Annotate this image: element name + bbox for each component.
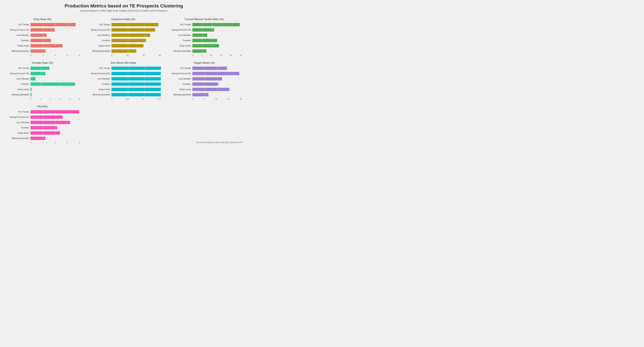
bar-fill	[30, 88, 32, 91]
grid-line	[161, 93, 161, 96]
bar-label: Fumblers	[86, 39, 112, 42]
bar-track	[30, 131, 80, 135]
grid-line	[161, 67, 161, 70]
bar-fill	[30, 83, 75, 86]
bar-fill	[30, 137, 46, 140]
grid-line	[60, 77, 60, 81]
bar-label: Blocking Specialists	[5, 137, 30, 139]
axis-tick: 4	[55, 54, 56, 56]
bar-fill	[30, 121, 70, 124]
grid-line	[205, 77, 205, 81]
bar-track	[192, 34, 242, 37]
bar-label: YAC Threats	[167, 67, 192, 69]
bar-fill	[30, 49, 46, 53]
grid-line	[202, 39, 202, 42]
bar-label: Low Utilization	[5, 34, 30, 36]
bar-fill	[112, 28, 155, 32]
bar-track	[112, 34, 161, 37]
grid-line	[128, 77, 128, 81]
bar-label: Drops Issues	[5, 132, 30, 134]
bar-fill	[30, 131, 60, 135]
bar-track	[30, 137, 80, 140]
grid-line	[50, 88, 50, 91]
grid-line	[60, 93, 60, 96]
bar-label: Fumblers	[5, 83, 30, 85]
bar-label: Fumblers	[86, 83, 112, 85]
axis-tick: 4	[69, 98, 70, 100]
axis-ticks: 0510152025	[192, 54, 242, 56]
grid-line	[242, 23, 242, 26]
grid-line	[128, 28, 128, 32]
grid-line	[144, 72, 144, 75]
axis-tick: 15	[220, 54, 222, 56]
grid-line	[128, 44, 128, 48]
grid-line	[202, 28, 202, 32]
chart-forced_missed_tackle: Forced Missed Tackle Rate (%)YAC Threats…	[165, 16, 244, 58]
bar-track	[30, 88, 80, 91]
bar-row: Strong All Around TEs	[86, 28, 161, 32]
bar-label: YAC Threats	[86, 67, 112, 69]
bar-fill	[30, 28, 55, 32]
bar-row: Drops Issues	[86, 44, 161, 48]
grid-line	[55, 49, 56, 53]
grid-line	[202, 34, 202, 37]
axis-tick: 10	[215, 98, 217, 100]
axis-ticks: 012345	[30, 98, 80, 100]
bar-track	[192, 28, 242, 32]
bar-fill	[192, 72, 239, 75]
bar-label: Drops Issues	[167, 88, 192, 91]
page-title: Production Metrics based on TE Prospects…	[3, 3, 244, 9]
bar-row: YAC Threats	[5, 66, 80, 71]
grid-line	[144, 34, 144, 37]
bar-label: Low Utilization	[167, 34, 192, 36]
bar-track	[112, 44, 161, 48]
bar-fill	[30, 34, 46, 37]
grid-line	[144, 49, 144, 53]
grid-line	[70, 77, 70, 81]
grid-line	[242, 67, 242, 70]
grid-line	[68, 126, 68, 129]
bar-row: Fumblers	[167, 82, 242, 86]
bar-label: YAC Threats	[5, 67, 30, 69]
bar-label: Blocking Specialists	[5, 94, 30, 96]
bar-track	[30, 116, 80, 119]
bar-fill	[30, 93, 32, 96]
grid-line	[50, 93, 50, 96]
grid-line	[144, 77, 144, 81]
bar-track	[192, 23, 242, 26]
grid-line	[50, 67, 50, 70]
bar-label: Drops Issues	[5, 88, 30, 91]
chart-inner-fumble_rate: YAC ThreatsStrong All Around TEsLow Util…	[5, 66, 80, 100]
bar-fill	[112, 93, 161, 96]
bar-label: YAC Threats	[5, 111, 30, 113]
chart-inner-target_share: YAC ThreatsStrong All Around TEsLow Util…	[167, 66, 242, 100]
grid-line	[60, 72, 60, 75]
grid-line	[242, 72, 242, 75]
grid-line	[232, 34, 232, 37]
bar-track	[112, 72, 161, 75]
grid-line	[202, 49, 202, 53]
bar-fill	[30, 39, 51, 42]
axis-tick: 8	[79, 54, 80, 56]
grid-line	[128, 34, 128, 37]
grid-line	[205, 67, 205, 70]
axis-tick: 2	[42, 142, 44, 144]
axis-tick: 0.5	[142, 98, 144, 100]
bar-fill	[192, 49, 206, 53]
chart-drop_rate: Drop Rate (%)YAC ThreatsStrong All Aroun…	[3, 16, 82, 58]
chart-area-drop_rate: YAC ThreatsStrong All Around TEsLow Util…	[5, 22, 80, 54]
axis-tick: 0	[112, 54, 112, 56]
bar-label: Low Utilization	[86, 34, 112, 36]
chart-inner-run_block_win_rate: YAC ThreatsStrong All Around TEsLow Util…	[86, 66, 161, 100]
grid-line	[232, 49, 232, 53]
bar-fill	[30, 77, 36, 81]
axis-tick: 0	[30, 98, 32, 100]
grid-line	[242, 88, 242, 91]
grid-line	[55, 44, 56, 48]
bar-label: Fumblers	[5, 39, 30, 42]
bar-fill	[192, 88, 229, 91]
grid-line	[144, 93, 144, 96]
axis-tick: 5	[79, 98, 80, 100]
chart-title-fumble_rate: Fumble Rate (%)	[5, 61, 80, 65]
bar-label: Fumblers	[167, 83, 192, 85]
